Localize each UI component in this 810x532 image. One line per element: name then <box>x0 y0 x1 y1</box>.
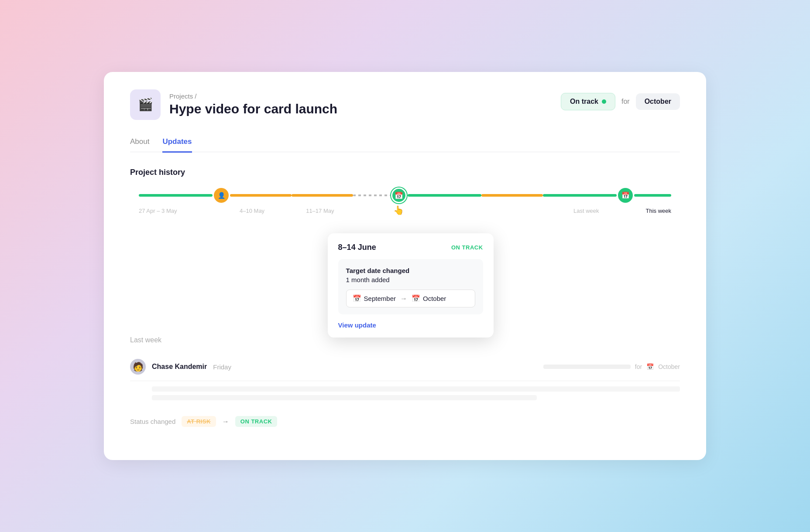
status-arrow: → <box>222 418 229 426</box>
label-lastweek: Last week <box>558 208 614 214</box>
breadcrumb: Projects / <box>169 92 337 100</box>
calendar-icon-from: 📅 <box>353 294 361 303</box>
status-badge: On track <box>561 93 615 110</box>
header-right: On track for October <box>561 93 680 110</box>
update-for-label: for <box>635 363 642 370</box>
label-27apr: 27 Apr – 3 May <box>139 208 224 214</box>
timeline-seg-3 <box>292 194 353 197</box>
timeline: 👤 📅 👆 <box>130 188 680 214</box>
label-4may: 4–10 May <box>224 208 281 214</box>
status-to: ON TRACK <box>235 416 278 427</box>
label-11may: 11–17 May <box>280 208 360 214</box>
popup-change-sub: 1 month added <box>346 276 475 283</box>
arrow-icon: → <box>400 295 407 303</box>
avatar: 🧑 <box>130 359 146 375</box>
status-change-row: Status changed AT RISK → ON TRACK <box>130 409 680 434</box>
timeline-seg-2 <box>230 194 292 197</box>
update-right: for 📅 October <box>543 363 680 370</box>
view-update-link[interactable]: View update <box>338 321 483 329</box>
timeline-seg-1 <box>139 194 213 197</box>
content-line-1 <box>152 386 680 392</box>
timeline-labels: 27 Apr – 3 May 4–10 May 11–17 May Last w… <box>139 208 671 214</box>
timeline-seg-5 <box>481 194 543 197</box>
popup-to-date: 📅 October <box>412 294 446 303</box>
timeline-seg-4 <box>408 194 481 197</box>
project-title: Hype video for card launch <box>169 102 337 116</box>
label-thisweek: This week <box>614 208 671 214</box>
popup-header: 8–14 June ON TRACK <box>338 243 483 252</box>
timeline-popup: 8–14 June ON TRACK Target date changed 1… <box>328 233 494 338</box>
popup-content: Target date changed 1 month added 📅 Sept… <box>338 259 483 314</box>
calendar-icon-to: 📅 <box>412 294 420 303</box>
popup-date: 8–14 June <box>338 243 376 252</box>
timeline-dot-person[interactable]: 👤 <box>213 188 230 203</box>
main-card: 🎬 Projects / Hype video for card launch … <box>104 72 706 460</box>
update-cal-icon: 📅 <box>646 363 654 370</box>
popup-status: ON TRACK <box>451 244 483 251</box>
timeline-dot-calendar-active[interactable]: 📅 👆 <box>390 188 408 203</box>
tabs: About Updates <box>130 137 680 153</box>
update-line-faded <box>543 365 631 369</box>
status-dot <box>602 99 606 104</box>
update-time: Friday <box>213 363 231 371</box>
timeline-seg-7 <box>634 194 671 197</box>
update-row: 🧑 Chase Kandemir Friday for 📅 October <box>130 353 680 381</box>
timeline-dot-calendar-right[interactable]: 📅 <box>617 188 634 203</box>
header: 🎬 Projects / Hype video for card launch … <box>130 89 680 120</box>
tab-about[interactable]: About <box>130 137 149 153</box>
update-month: October <box>658 363 680 370</box>
project-icon: 🎬 <box>130 89 161 120</box>
popup-from-date: 📅 September <box>353 294 396 303</box>
header-left: 🎬 Projects / Hype video for card launch <box>130 89 337 120</box>
section-title: Project history <box>130 168 680 177</box>
content-line-2 <box>152 395 537 400</box>
timeline-seg-6 <box>543 194 617 197</box>
project-history-section: Project history 👤 📅 👆 <box>130 168 680 434</box>
popup-date-row: 📅 September → 📅 October <box>346 290 475 307</box>
status-label: On track <box>570 98 598 106</box>
for-label: for <box>621 98 630 106</box>
popup-change-title: Target date changed <box>346 267 475 274</box>
status-changed-label: Status changed <box>130 418 175 425</box>
timeline-track: 👤 📅 👆 <box>139 188 671 203</box>
status-from: AT RISK <box>182 416 216 427</box>
month-badge: October <box>636 93 680 110</box>
timeline-seg-dotted <box>353 194 390 196</box>
tab-updates[interactable]: Updates <box>162 137 192 153</box>
last-week-section: Last week 🧑 Chase Kandemir Friday for 📅 … <box>130 336 680 434</box>
header-text: Projects / Hype video for card launch <box>169 92 337 116</box>
user-name: Chase Kandemir <box>152 363 207 371</box>
